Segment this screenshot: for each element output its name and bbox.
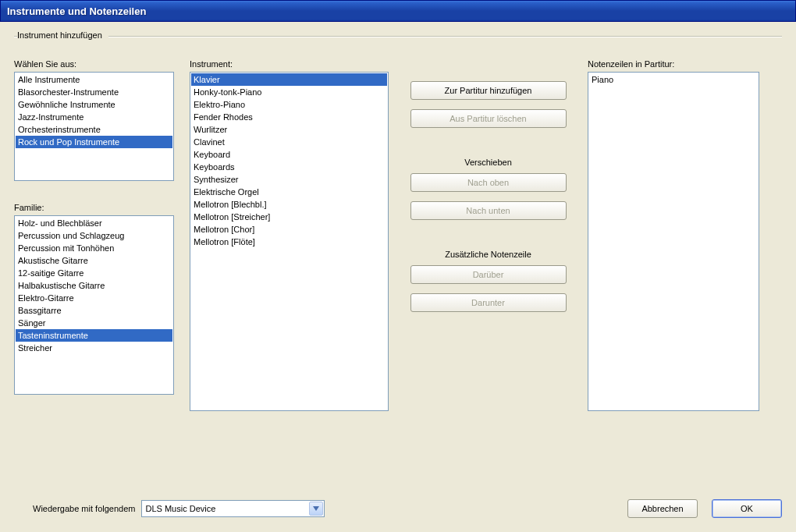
move-down-button[interactable]: Nach unten	[410, 201, 567, 220]
stave-item[interactable]: Piano	[589, 73, 758, 86]
family-item[interactable]: Percussion und Schlagzeug	[16, 229, 172, 242]
instrument-item[interactable]: Honky-tonk-Piano	[191, 86, 387, 98]
section-item[interactable]: Blasorchester-Instrumente	[16, 86, 172, 98]
listbox-section[interactable]: Alle InstrumenteBlasorchester-Instrument…	[14, 72, 174, 181]
family-item[interactable]: Elektro-Gitarre	[16, 292, 172, 304]
label-instrument: Instrument:	[190, 59, 389, 69]
group-title: Instrument hinzufügen	[17, 30, 108, 40]
instrument-item[interactable]: Klavier	[191, 73, 387, 86]
playback-device-combo[interactable]: DLS Music Device	[141, 500, 325, 517]
cancel-button[interactable]: Abbrechen	[627, 499, 698, 518]
instrument-item[interactable]: Mellotron [Flöte]	[191, 236, 387, 248]
listbox-family[interactable]: Holz- und BlechbläserPercussion und Schl…	[14, 215, 174, 395]
section-item[interactable]: Alle Instrumente	[16, 73, 172, 86]
label-family: Familie:	[14, 203, 174, 212]
family-item[interactable]: Akustische Gitarre	[16, 254, 172, 267]
family-item[interactable]: 12-saitige Gitarre	[16, 267, 172, 279]
delete-from-score-button[interactable]: Aus Partitur löschen	[410, 109, 567, 128]
family-item[interactable]: Halbakustische Gitarre	[16, 279, 172, 292]
combo-value: DLS Music Device	[145, 504, 215, 513]
section-item[interactable]: Gewöhnliche Instrumente	[16, 98, 172, 111]
instrument-item[interactable]: Keyboard	[191, 148, 387, 161]
instrument-item[interactable]: Synthesizer	[191, 173, 387, 186]
label-staves: Notenzeilen in Partitur:	[588, 59, 759, 69]
instrument-item[interactable]: Mellotron [Chor]	[191, 223, 387, 236]
label-extra: Zusätzliche Notenzeile	[445, 250, 531, 259]
family-item[interactable]: Tasteninstrumente	[16, 329, 172, 342]
extra-above-button[interactable]: Darüber	[410, 265, 567, 284]
instrument-item[interactable]: Keyboards	[191, 161, 387, 173]
label-playback: Wiedergabe mit folgendem	[33, 504, 135, 513]
section-item[interactable]: Orchesterinstrumente	[16, 123, 172, 136]
section-item[interactable]: Rock und Pop Instrumente	[16, 136, 172, 148]
instrument-item[interactable]: Fender Rhodes	[191, 111, 387, 123]
extra-below-button[interactable]: Darunter	[410, 293, 567, 312]
move-up-button[interactable]: Nach oben	[410, 173, 567, 192]
family-item[interactable]: Bassgitarre	[16, 304, 172, 317]
instrument-item[interactable]: Mellotron [Blechbl.]	[191, 198, 387, 211]
listbox-staves[interactable]: Piano	[588, 72, 759, 411]
dialog-body: Instrument hinzufügen Wählen Sie aus: Al…	[0, 22, 796, 532]
family-item[interactable]: Sänger	[16, 317, 172, 329]
instrument-item[interactable]: Mellotron [Streicher]	[191, 211, 387, 223]
listbox-instrument[interactable]: KlavierHonky-tonk-PianoElektro-PianoFend…	[190, 72, 389, 411]
label-section: Wählen Sie aus:	[14, 59, 174, 69]
label-move: Verschieben	[464, 158, 512, 167]
section-item[interactable]: Jazz-Instrumente	[16, 111, 172, 123]
family-item[interactable]: Streicher	[16, 342, 172, 354]
window-title: Instrumente und Notenzeilen	[7, 5, 146, 17]
instrument-item[interactable]: Elektrische Orgel	[191, 186, 387, 198]
family-item[interactable]: Percussion mit Tonhöhen	[16, 242, 172, 254]
chevron-down-icon	[309, 502, 323, 516]
instrument-item[interactable]: Clavinet	[191, 136, 387, 148]
titlebar: Instrumente und Notenzeilen	[0, 0, 796, 22]
ok-button[interactable]: OK	[712, 499, 782, 518]
instrument-item[interactable]: Wurlitzer	[191, 123, 387, 136]
family-item[interactable]: Holz- und Blechbläser	[16, 217, 172, 229]
add-to-score-button[interactable]: Zur Partitur hinzufügen	[410, 81, 567, 100]
instrument-item[interactable]: Elektro-Piano	[191, 98, 387, 111]
